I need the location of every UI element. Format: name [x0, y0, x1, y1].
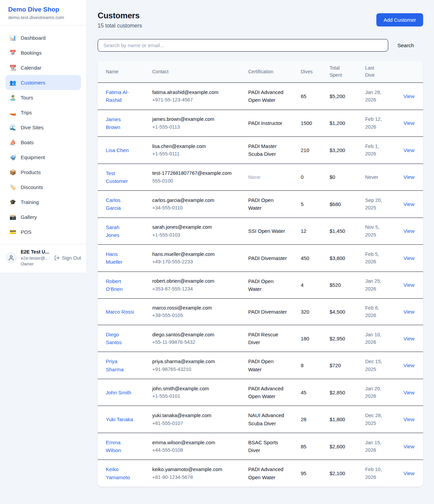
view-link[interactable]: View — [403, 174, 414, 180]
sidebar-item-dashboard[interactable]: 📊Dashboard — [5, 30, 81, 45]
view-link[interactable]: View — [403, 336, 414, 341]
customer-name-link[interactable]: James Brown — [106, 115, 134, 131]
customer-email: robert.obrien@example.com — [152, 277, 237, 285]
shop-name[interactable]: Demo Dive Shop — [8, 6, 78, 13]
customer-phone: +81-555-0107 — [152, 419, 237, 427]
tag-icon: 🏷️ — [9, 184, 16, 190]
customer-email: sarah.jones@example.com — [152, 223, 237, 231]
sidebar-item-discounts[interactable]: 🏷️Discounts — [5, 180, 81, 194]
customer-name-link[interactable]: Emma Wilson — [106, 438, 134, 454]
user-email: e2e-tester@... — [21, 255, 51, 261]
search-row: Search — [98, 39, 423, 52]
sidebar-item-equipment[interactable]: 🤿Equipment — [5, 150, 81, 165]
view-link[interactable]: View — [403, 201, 414, 207]
customer-name-link[interactable]: Fatima Al-Rashid — [106, 88, 134, 104]
view-link[interactable]: View — [403, 390, 414, 395]
view-link[interactable]: View — [403, 362, 414, 368]
customer-dives: 95 — [301, 470, 307, 476]
customer-total-spent: $520 — [330, 282, 341, 288]
customer-last-dive: Feb 12, 2026 — [365, 115, 386, 131]
search-button[interactable]: Search — [388, 42, 423, 49]
view-link[interactable]: View — [403, 444, 414, 449]
sidebar-item-label: Discounts — [21, 184, 43, 190]
customer-email: test-1772681807767@example.com — [152, 169, 237, 177]
view-link[interactable]: View — [403, 255, 414, 261]
customer-name-link[interactable]: Marco Rossi — [106, 308, 134, 316]
sidebar-item-products[interactable]: 📦Products — [5, 165, 81, 180]
customer-name-link[interactable]: Keiko Yamamoto — [106, 465, 134, 481]
customer-certification: NAUI Advanced Scuba Diver — [248, 411, 288, 427]
customer-certification: PADI Advanced Open Water — [248, 385, 288, 400]
customer-name-link[interactable]: Yuki Tanaka — [106, 415, 133, 423]
column-header-contact: Contact — [147, 61, 243, 83]
table-row: Lisa Chenlisa.chen@example.com+1-555-011… — [98, 137, 423, 164]
sidebar-item-trips[interactable]: 🚤Trips — [5, 105, 81, 120]
sidebar-item-pos[interactable]: 💳POS — [5, 224, 81, 239]
customer-phone: +353-87-555-1234 — [152, 285, 237, 293]
customers-table: NameContactCertificationDivesTotal Spent… — [98, 61, 423, 487]
customer-name-link[interactable]: Robert O'Brien — [106, 277, 134, 293]
customer-name-link[interactable]: Carlos Garcia — [106, 196, 134, 212]
view-link[interactable]: View — [403, 93, 414, 99]
customer-phone: +1-555-0101 — [152, 392, 237, 400]
customer-certification: PADI Advanced Open Water — [248, 465, 288, 481]
customer-email: fatima.alrashid@example.com — [152, 89, 237, 96]
view-link[interactable]: View — [403, 120, 414, 126]
customer-name-link[interactable]: John Smith — [106, 389, 131, 396]
people-icon: 👥 — [9, 79, 16, 86]
table-row: Keiko Yamamotokeiko.yamamoto@example.com… — [98, 460, 423, 487]
sidebar-item-calendar[interactable]: 📆Calendar — [5, 60, 81, 75]
sidebar-item-label: Tours — [21, 95, 33, 100]
customer-last-dive: Sep 20, 2025 — [365, 197, 386, 212]
view-link[interactable]: View — [403, 147, 414, 153]
view-link[interactable]: View — [403, 416, 414, 422]
customer-phone: +34-555-0110 — [152, 204, 237, 211]
customer-name-link[interactable]: Priya Sharma — [106, 357, 134, 373]
sidebar-item-bookings[interactable]: 📅Bookings — [5, 45, 81, 60]
view-link[interactable]: View — [403, 309, 414, 315]
page-title: Customers — [98, 11, 142, 20]
table-row: John Smithjohn.smith@example.com+1-555-0… — [98, 379, 423, 406]
customer-certification: BSAC Sports Diver — [248, 438, 288, 454]
customer-total-spent: $4,500 — [330, 309, 345, 315]
customer-last-dive: Feb 8, 2026 — [365, 304, 386, 319]
sidebar-item-dive-sites[interactable]: 🌊Dive Sites — [5, 120, 81, 135]
sidebar-item-label: POS — [21, 229, 32, 235]
view-link[interactable]: View — [403, 228, 414, 234]
customer-name-link[interactable]: Test Customer — [106, 169, 134, 185]
sidebar-item-label: Products — [21, 169, 41, 175]
customer-email: carlos.garcia@example.com — [152, 197, 237, 204]
view-link[interactable]: View — [403, 470, 414, 476]
customer-name-link[interactable]: Diego Santos — [106, 331, 134, 347]
sidebar-item-gallery[interactable]: 📸Gallery — [5, 209, 81, 224]
customer-dives: 0 — [301, 174, 303, 180]
sidebar-item-boats[interactable]: ⛵Boats — [5, 135, 81, 150]
table-row: Priya Sharmapriya.sharma@example.com+91-… — [98, 352, 423, 379]
view-link[interactable]: View — [403, 282, 414, 288]
search-input[interactable] — [98, 39, 388, 52]
sidebar-item-training[interactable]: 🎓Training — [5, 194, 81, 209]
add-customer-button[interactable]: Add Customer — [376, 13, 423, 26]
sidebar-item-label: Training — [21, 199, 39, 205]
customer-certification: PADI Open Water — [248, 357, 288, 373]
column-header-certification: Certification — [243, 61, 295, 83]
sidebar-item-tours[interactable]: 🏝️Tours — [5, 90, 81, 105]
customer-dives: 85 — [301, 444, 307, 449]
customer-email: hans.mueller@example.com — [152, 250, 237, 258]
customer-phone: +44-555-0108 — [152, 446, 237, 454]
customer-certification: PADI Advanced Open Water — [248, 88, 288, 104]
customer-name-link[interactable]: Hans Mueller — [106, 250, 134, 266]
customer-certification: None — [248, 173, 260, 181]
customer-phone: +1-555-0103 — [152, 231, 237, 239]
page-header: Customers 15 total customers Add Custome… — [98, 11, 423, 29]
customer-last-dive: Jan 15, 2026 — [365, 439, 386, 454]
table-row: Carlos Garciacarlos.garcia@example.com+3… — [98, 191, 423, 218]
customer-email: yuki.tanaka@example.com — [152, 412, 237, 419]
sign-out-button[interactable]: Sign Out — [54, 255, 81, 261]
customer-name-link[interactable]: Lisa Chen — [106, 146, 129, 154]
avatar — [5, 252, 17, 264]
customer-total-spent: $1,200 — [330, 120, 345, 126]
customer-name-link[interactable]: Sarah Jones — [106, 223, 134, 239]
sidebar-item-customers[interactable]: 👥Customers — [5, 75, 81, 90]
sidebar-item-label: Gallery — [21, 214, 37, 220]
